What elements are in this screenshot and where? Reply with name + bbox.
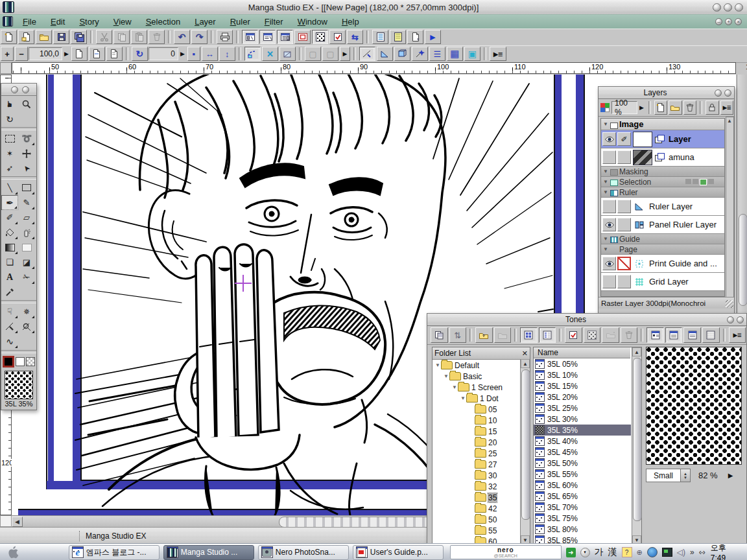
prev-page-button[interactable]: ▢: [305, 47, 321, 61]
tool-gradient[interactable]: [1, 240, 18, 255]
palette-tones-button[interactable]: [312, 30, 328, 44]
expand-triangle-icon[interactable]: ▼: [460, 395, 466, 401]
properties-button[interactable]: [565, 327, 582, 343]
palette-tool-options-button[interactable]: [259, 30, 276, 44]
toolbox-close-button[interactable]: [22, 86, 29, 93]
tool-move[interactable]: [18, 146, 35, 161]
delete-tone-button[interactable]: [621, 327, 638, 343]
layer-group-ruler[interactable]: ▼Ruler: [601, 187, 724, 198]
tool-eraser[interactable]: ▱: [18, 210, 35, 225]
mdi-close-button[interactable]: ×: [735, 18, 742, 25]
mdi-minimize-button[interactable]: –: [715, 18, 722, 25]
task-internet-explorer[interactable]: e엠파스 블로그 -...: [69, 545, 160, 560]
tool-fill[interactable]: [1, 225, 18, 240]
delete-button[interactable]: [148, 30, 165, 44]
tool-lasso[interactable]: ➰: [18, 131, 35, 146]
toolbox-titlebar[interactable]: [1, 84, 36, 96]
tool-zoom[interactable]: [18, 97, 35, 111]
paste-tone-button[interactable]: [431, 327, 448, 343]
ruler-grid-button[interactable]: ▦: [447, 47, 463, 61]
ime-hanja-icon[interactable]: 漢: [608, 546, 617, 558]
edit-toggle[interactable]: [617, 200, 631, 213]
scroll-up-arrow[interactable]: ▲: [632, 347, 641, 356]
no-draw-toggle[interactable]: [617, 257, 631, 270]
thumbnail-view-button[interactable]: [520, 327, 538, 343]
tool-curve-ruler[interactable]: ∿: [1, 334, 18, 349]
tone-item[interactable]: 35L 30%: [534, 414, 631, 425]
replace-tone-button[interactable]: ⇅: [449, 327, 467, 343]
folder-scroll-thumb[interactable]: [521, 369, 530, 520]
reset-view-button[interactable]: ▪: [187, 47, 200, 61]
palette-gray-button[interactable]: [390, 30, 406, 44]
tool-pen[interactable]: ✒: [1, 195, 18, 210]
copy-button[interactable]: [113, 30, 130, 44]
layer-group-page[interactable]: ▼Page: [601, 244, 724, 255]
tool-rotate-canvas[interactable]: ↻: [1, 111, 18, 126]
tone-item[interactable]: 35L 20%: [534, 391, 631, 402]
layers-collapse-button[interactable]: [715, 89, 722, 97]
palette-custom-button[interactable]: [407, 30, 423, 44]
tool-shape[interactable]: [18, 180, 35, 195]
new-story-button[interactable]: [18, 30, 34, 44]
folder-tree-item[interactable]: ▼Basic: [433, 371, 530, 382]
flip-vertical-button[interactable]: ↕: [219, 47, 235, 61]
layer-row-layer[interactable]: ✐Layer: [601, 130, 724, 148]
resize-grip[interactable]: [726, 300, 733, 308]
layer-row-print-guide-and-[interactable]: Print Guide and ...: [601, 255, 724, 273]
nero-search-box[interactable]: nero @SEARCH: [450, 545, 562, 559]
apply-tone-button[interactable]: [584, 327, 601, 343]
visibility-toggle[interactable]: [602, 275, 616, 288]
scroll-up-arrow[interactable]: ▲: [521, 359, 530, 368]
visibility-toggle[interactable]: [602, 132, 616, 146]
ruler-effect-button[interactable]: [412, 47, 428, 61]
view-detail-button[interactable]: [683, 327, 701, 343]
layer-thumbnail[interactable]: [633, 132, 652, 147]
task-nero-photosnap[interactable]: Nero PhotoSna...: [258, 545, 349, 560]
tone-item[interactable]: 35L 55%: [534, 469, 631, 480]
toolbox-collapse-button[interactable]: [11, 86, 18, 93]
tool-object-select[interactable]: ➤: [18, 161, 35, 176]
fit-page-button[interactable]: [71, 47, 88, 61]
expand-triangle-icon[interactable]: ▼: [452, 384, 458, 390]
color-mode-icon[interactable]: [600, 103, 610, 112]
layer-group-selection[interactable]: ▼Selection: [601, 177, 724, 187]
menu-edit[interactable]: Edit: [43, 16, 72, 27]
ruler-frame-button[interactable]: ▣: [464, 47, 480, 61]
tones-close-button[interactable]: [737, 316, 744, 323]
layer-menu-button[interactable]: ▶≣: [720, 100, 734, 115]
layer-row-grid-layer[interactable]: Grid Layer: [601, 273, 724, 291]
palette-actions-button[interactable]: ▶: [425, 30, 441, 44]
palette-layers-button[interactable]: [277, 30, 293, 44]
ime-korean-icon[interactable]: 가: [595, 546, 604, 558]
delete-layer-button[interactable]: [683, 100, 697, 115]
selection-mini-icons[interactable]: [685, 179, 714, 185]
swatch-white[interactable]: [16, 357, 25, 366]
tone-item[interactable]: 35L 60%: [534, 480, 631, 491]
ruler-pen-button[interactable]: [359, 47, 375, 61]
visibility-toggle[interactable]: [602, 150, 616, 164]
save-all-button[interactable]: [71, 30, 87, 44]
folder-tree-item[interactable]: 50: [433, 514, 530, 525]
task-manga-studio[interactable]: Manga Studio ...: [163, 545, 254, 560]
layers-titlebar[interactable]: Layers: [599, 87, 734, 99]
folder-tree-item[interactable]: 20: [433, 437, 530, 448]
edit-toggle[interactable]: [617, 150, 631, 164]
menu-help[interactable]: Help: [335, 16, 366, 27]
tool-ruler-pen[interactable]: [1, 319, 18, 334]
task-pdf[interactable]: User's Guide.p...: [353, 545, 444, 560]
new-page-button[interactable]: [1, 30, 17, 44]
mdi-restore-button[interactable]: +: [725, 18, 732, 25]
current-tone-chip[interactable]: [5, 371, 33, 399]
view-list-button[interactable]: [702, 327, 720, 343]
folder-tree-item[interactable]: 55: [433, 525, 530, 536]
tool-tone-soft[interactable]: [18, 240, 35, 255]
folder-tree-item[interactable]: ▼1 Dot: [433, 393, 530, 404]
tool-pencil[interactable]: ✎: [18, 195, 35, 210]
tool-magic-wand[interactable]: ✶: [1, 146, 18, 161]
tool-eyedropper[interactable]: [1, 285, 18, 299]
more-button[interactable]: ▶: [340, 47, 350, 61]
tone-scroll-thumb[interactable]: [633, 358, 642, 521]
open-button[interactable]: [36, 30, 52, 44]
tool-panel-cutter[interactable]: ◪: [18, 255, 35, 270]
swatch-transparent[interactable]: [26, 357, 35, 366]
